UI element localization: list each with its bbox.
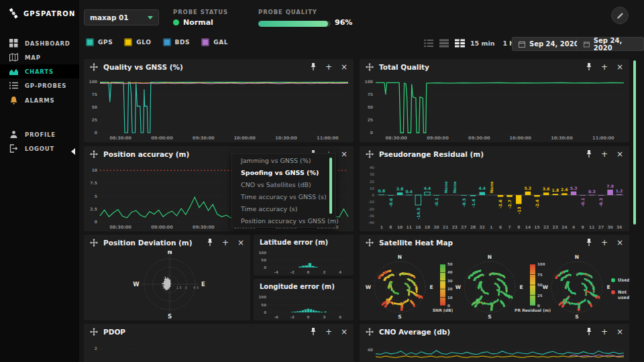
- calendar-icon: [584, 41, 590, 48]
- range-15min[interactable]: 15 min: [470, 40, 494, 47]
- move-icon[interactable]: [90, 239, 98, 247]
- svg-text:11:00:00: 11:00:00: [317, 135, 339, 141]
- svg-text:2.5: 2.5: [90, 206, 97, 211]
- move-icon[interactable]: [366, 239, 374, 247]
- add-chart-icon[interactable]: +: [325, 328, 332, 336]
- latitude-error-chart[interactable]: 050100-4-2024: [254, 247, 354, 276]
- pseudorange-residual-chart[interactable]: 403020100-10-20-30-4010.88-0.6103.8110.4…: [360, 162, 629, 231]
- close-icon[interactable]: ×: [341, 63, 347, 71]
- sidebar-item-profile[interactable]: PROFILE: [0, 127, 79, 141]
- svg-text:100: 100: [364, 79, 373, 84]
- date-from-button[interactable]: Sep 24, 2020: [512, 37, 586, 51]
- svg-text:09:30:00: 09:30:00: [193, 135, 215, 141]
- constellation-gal[interactable]: GAL: [201, 38, 228, 46]
- add-chart-icon[interactable]: +: [601, 63, 608, 71]
- date-to-button[interactable]: Sep 24, 2020: [577, 37, 644, 51]
- menu-item[interactable]: Position accuracy vs GNSS (m): [232, 215, 335, 227]
- svg-text:0.3: 0.3: [588, 189, 596, 194]
- menu-item[interactable]: Time accuracy vs GNSS (s): [232, 191, 335, 203]
- svg-text:20: 20: [370, 180, 374, 184]
- constellation-bds[interactable]: BDS: [163, 38, 191, 46]
- move-icon[interactable]: [90, 328, 98, 336]
- move-icon[interactable]: [366, 328, 374, 336]
- move-icon[interactable]: [90, 150, 98, 158]
- add-chart-icon[interactable]: +: [325, 63, 332, 71]
- panel-title: Latitude error (m): [260, 239, 347, 246]
- satellite-heat-map-chart[interactable]: NESW50403020100SNR (dB)NESW1007550250PR …: [360, 251, 629, 320]
- panel-title: Longitude error (m): [260, 283, 347, 290]
- pin-icon[interactable]: [586, 150, 592, 158]
- svg-text:20: 20: [447, 287, 453, 291]
- menu-item[interactable]: Spoofing vs GNSS (%): [232, 167, 335, 179]
- total-quality-chart[interactable]: 025507510008:30:0009:00:0009:30:0010:00:…: [360, 75, 629, 142]
- svg-text:23: 23: [452, 225, 458, 229]
- svg-text:-0.6: -0.6: [388, 198, 393, 207]
- pin-icon[interactable]: [310, 328, 317, 336]
- svg-text:25: 25: [92, 117, 97, 122]
- sidebar-item-dashboard[interactable]: DASHBOARD: [0, 36, 79, 50]
- sidebar-item-map[interactable]: MAP: [0, 50, 79, 64]
- add-chart-icon[interactable]: +: [601, 328, 608, 336]
- svg-text:8: 8: [389, 225, 392, 229]
- move-icon[interactable]: [366, 63, 374, 71]
- close-icon[interactable]: ×: [616, 328, 623, 336]
- svg-text:0: 0: [370, 130, 373, 135]
- longitude-error-chart[interactable]: 050100-6-3036: [254, 292, 354, 320]
- add-chart-icon[interactable]: +: [222, 239, 229, 247]
- view-list-icon[interactable]: [424, 39, 433, 48]
- svg-text:9: 9: [582, 225, 584, 229]
- svg-text:40: 40: [447, 270, 453, 274]
- view-grid-icon[interactable]: [455, 39, 465, 48]
- svg-text:5: 5: [95, 194, 97, 198]
- position-deviation-chart[interactable]: 1.534.5NESW: [84, 251, 250, 320]
- svg-text:7.9: 7.9: [606, 184, 614, 188]
- menu-item[interactable]: Time accuracy (s): [232, 203, 335, 215]
- sidebar-item-gp-probes[interactable]: GP-PROBES: [0, 78, 79, 93]
- pin-icon[interactable]: [586, 239, 592, 247]
- gps-label: GPS: [98, 39, 113, 46]
- constellation-gps[interactable]: GPS: [86, 38, 113, 46]
- add-chart-icon[interactable]: +: [601, 239, 608, 247]
- sidebar-item-label: GP-PROBES: [25, 82, 66, 89]
- constellation-legend: GPS GLO BDS GAL: [86, 38, 228, 46]
- sidebar-item-charts[interactable]: CHARTS: [0, 64, 79, 78]
- probe-select[interactable]: maxap 01: [84, 9, 159, 25]
- move-icon[interactable]: [90, 63, 98, 71]
- svg-text:-3: -3: [290, 315, 294, 319]
- move-icon[interactable]: [366, 150, 374, 158]
- pin-icon[interactable]: [586, 328, 592, 336]
- pin-icon[interactable]: [586, 63, 592, 71]
- svg-text:50: 50: [447, 262, 453, 266]
- svg-text:1: 1: [380, 225, 383, 229]
- panel-cno-average: CNO Average (db) +× 40: [360, 324, 629, 362]
- quality-vs-gnss-chart[interactable]: 025507510008:30:0009:00:0009:30:0010:00:…: [84, 75, 354, 142]
- sidebar-collapse-arrow[interactable]: [71, 148, 75, 155]
- page-scrollbar[interactable]: [633, 60, 636, 225]
- close-icon[interactable]: ×: [237, 239, 244, 247]
- add-chart-icon[interactable]: +: [601, 150, 608, 158]
- close-icon[interactable]: ×: [616, 239, 623, 247]
- close-icon[interactable]: ×: [341, 328, 347, 336]
- menu-item[interactable]: Jamming vs GNSS (%): [232, 155, 335, 167]
- menu-scrollbar[interactable]: [329, 158, 332, 214]
- date-to-value: Sep 24, 2020: [594, 37, 637, 52]
- svg-text:3: 3: [184, 286, 186, 290]
- pin-icon[interactable]: [207, 239, 213, 247]
- view-rows-icon[interactable]: [439, 39, 449, 48]
- pdop-chart[interactable]: 2: [84, 340, 354, 362]
- sidebar-item-logout[interactable]: LOGOUT: [0, 141, 79, 156]
- sidebar-item-alarms[interactable]: ALARMS: [0, 93, 79, 107]
- svg-text:0: 0: [307, 315, 310, 319]
- close-icon[interactable]: ×: [616, 63, 623, 71]
- close-icon[interactable]: ×: [341, 150, 347, 158]
- cno-average-chart[interactable]: 40: [360, 340, 629, 362]
- svg-text:4.4: 4.4: [478, 186, 486, 190]
- status-dot: [173, 19, 179, 25]
- svg-text:10: 10: [92, 168, 97, 172]
- close-icon[interactable]: ×: [616, 150, 623, 158]
- sidebar-item-label: MAP: [25, 54, 41, 61]
- menu-item[interactable]: CNO vs Satellites (dB): [232, 179, 335, 191]
- pin-icon[interactable]: [310, 63, 317, 71]
- constellation-glo[interactable]: GLO: [124, 38, 151, 46]
- edit-button[interactable]: [611, 7, 629, 24]
